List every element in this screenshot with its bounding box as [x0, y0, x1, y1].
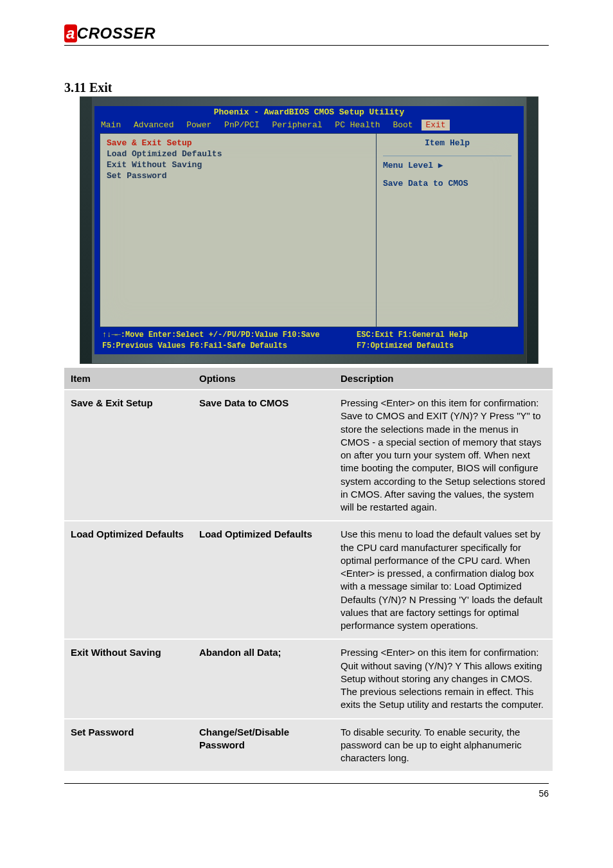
bios-footer: ↑↓→←:Move Enter:Select +/-/PU/PD:Value F… — [100, 329, 519, 353]
table-row: Set Password Change/Set/Disable Password… — [64, 719, 553, 772]
page-number: 56 — [538, 788, 549, 799]
td-description: To disable security. To enable security,… — [334, 719, 553, 772]
th-options: Options — [193, 368, 334, 390]
td-item: Exit Without Saving — [64, 639, 193, 718]
td-options: Load Optimized Defaults — [193, 521, 334, 639]
bios-tab-advanced[interactable]: Advanced — [130, 120, 177, 130]
bios-footer-line1-right: ESC:Exit F1:General Help — [357, 330, 468, 341]
bios-tab-pnppci[interactable]: PnP/PCI — [220, 120, 263, 130]
bios-screenshot: Phoenix - AwardBIOS CMOS Setup Utility M… — [80, 96, 538, 364]
table-header-row: Item Options Description — [64, 368, 553, 390]
bios-help-panel: Item Help Menu Level ▶ Save Data to CMOS — [377, 134, 518, 327]
td-options: Abandon all Data; — [193, 639, 334, 718]
table-row: Load Optimized Defaults Load Optimized D… — [64, 521, 553, 639]
logo-prefix: a — [64, 24, 77, 42]
th-description: Description — [334, 368, 553, 390]
settings-table: Item Options Description Save & Exit Set… — [64, 368, 553, 771]
logo-rest: CROSSER — [77, 24, 155, 42]
bios-footer-line2-left: F5:Previous Values F6:Fail-Safe Defaults — [100, 341, 357, 352]
bios-screen: Phoenix - AwardBIOS CMOS Setup Utility M… — [94, 106, 524, 354]
bios-left-panel: Save & Exit Setup Load Optimized Default… — [100, 134, 376, 327]
td-options: Change/Set/Disable Password — [193, 719, 334, 772]
bios-tab-exit[interactable]: Exit — [422, 120, 449, 131]
bios-tab-peripheral[interactable]: Peripheral — [269, 120, 326, 130]
bios-item-load-optimized[interactable]: Load Optimized Defaults — [107, 149, 369, 159]
bios-footer-line2-right: F7:Optimized Defaults — [357, 341, 454, 352]
bios-menu-level: Menu Level ▶ — [383, 160, 511, 172]
bios-item-save-exit[interactable]: Save & Exit Setup — [107, 138, 369, 149]
td-options: Save Data to CMOS — [193, 390, 334, 521]
bios-body: Save & Exit Setup Load Optimized Default… — [100, 133, 519, 327]
td-item: Load Optimized Defaults — [64, 521, 193, 639]
monitor-bezel-right — [526, 97, 538, 363]
section-title: 3.11 Exit — [64, 80, 112, 95]
table-row: Exit Without Saving Abandon all Data; Pr… — [64, 639, 553, 718]
td-item: Set Password — [64, 719, 193, 772]
bios-tab-boot[interactable]: Boot — [389, 120, 416, 130]
td-description: Use this menu to load the default values… — [334, 521, 553, 639]
bios-item-exit-nosave[interactable]: Exit Without Saving — [107, 159, 369, 170]
bios-item-set-password[interactable]: Set Password — [107, 170, 369, 181]
brand-logo: aCROSSER — [64, 24, 549, 42]
bios-item-help-title: Item Help — [383, 138, 511, 156]
bios-tab-pchealth[interactable]: PC Health — [331, 120, 384, 130]
td-item: Save & Exit Setup — [64, 390, 193, 521]
bios-tab-power[interactable]: Power — [182, 120, 215, 130]
bios-menu-bar: Main Advanced Power PnP/PCI Peripheral P… — [94, 119, 524, 132]
bios-title: Phoenix - AwardBIOS CMOS Setup Utility — [94, 106, 524, 119]
monitor-bezel-left — [80, 97, 92, 363]
bios-help-desc: Save Data to CMOS — [383, 178, 511, 190]
header-rule — [64, 45, 549, 46]
bios-footer-line1-left: ↑↓→←:Move Enter:Select +/-/PU/PD:Value F… — [100, 330, 357, 341]
page-footer-rule — [64, 783, 549, 784]
td-description: Pressing <Enter> on this item for confir… — [334, 390, 553, 521]
bios-tab-main[interactable]: Main — [97, 120, 125, 130]
td-description: Pressing <Enter> on this item for confir… — [334, 639, 553, 718]
table-row: Save & Exit Setup Save Data to CMOS Pres… — [64, 390, 553, 521]
th-item: Item — [64, 368, 193, 390]
